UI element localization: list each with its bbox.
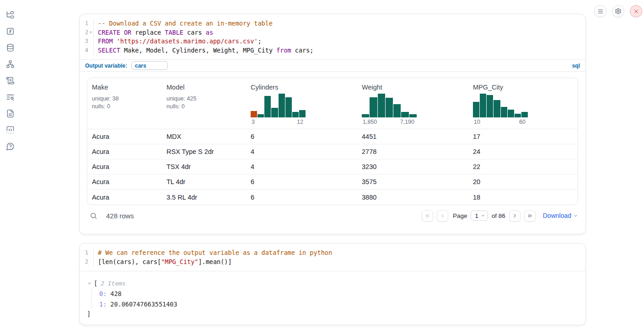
hist-bar xyxy=(251,111,257,117)
file-text-icon[interactable] xyxy=(5,109,15,118)
table-cell: 2778 xyxy=(357,148,468,155)
next-page-button[interactable] xyxy=(509,210,521,222)
weight-histogram[interactable]: 1,850 7,190 xyxy=(362,94,417,125)
output-variable-input[interactable] xyxy=(131,61,168,70)
table-cell: 20 xyxy=(468,178,578,185)
last-page-button[interactable] xyxy=(524,210,536,222)
hist-bar xyxy=(487,95,493,117)
line-gutter: 1 xyxy=(80,248,94,258)
scroll-icon[interactable] xyxy=(5,76,15,85)
data-table: Make unique: 38 nulls: 0 Model unique: 4… xyxy=(87,78,578,205)
table-row[interactable]: AcuraTSX 4dr4323022 xyxy=(87,159,578,174)
open-bracket: [ xyxy=(94,280,97,287)
table-cell: 24 xyxy=(468,148,578,155)
python-editor[interactable]: 1# We can reference the output variable … xyxy=(80,243,585,271)
hist-bar xyxy=(494,100,500,117)
output-variable-bar: Output variable: sql xyxy=(80,59,585,72)
output-variable-label: Output variable: xyxy=(85,63,127,69)
table-row[interactable]: AcuraMDX6445117 xyxy=(87,129,578,144)
table-cell: 4 xyxy=(246,163,357,170)
hist-bar xyxy=(299,110,306,117)
pagination: Page 1 of 86 xyxy=(422,210,536,222)
chevron-down-icon xyxy=(573,213,578,218)
code-snippets-icon[interactable] xyxy=(5,125,15,134)
line-number: 1 xyxy=(80,19,88,28)
tree-root: [ 2 Items xyxy=(87,279,578,288)
hist-bar xyxy=(378,94,385,117)
tree-key: 1: xyxy=(99,301,107,308)
close-bracket: ] xyxy=(87,309,578,318)
file-tree-icon[interactable] xyxy=(5,10,15,19)
column-label[interactable]: Weight xyxy=(362,84,464,91)
hist-bar xyxy=(258,114,264,117)
search-button[interactable] xyxy=(88,210,99,221)
dependency-graph-icon[interactable] xyxy=(5,59,15,69)
line-number: 2 xyxy=(80,28,88,37)
table-footer: 428 rows Page 1 of 86 xyxy=(87,208,578,223)
hist-bar xyxy=(370,97,377,117)
sql-output: Make unique: 38 nulls: 0 Model unique: 4… xyxy=(80,72,585,223)
text-search-icon[interactable] xyxy=(5,92,15,101)
mpg-city-histogram[interactable]: 10 60 xyxy=(473,94,528,125)
page-select[interactable]: 1 xyxy=(471,211,488,221)
table-cell: MDX xyxy=(162,133,246,140)
code-line: 1# We can reference the output variable … xyxy=(80,248,585,258)
line-gutter: 1 xyxy=(80,19,94,28)
column-header-mpg-city: MPG_City 10 60 xyxy=(468,83,578,129)
menu-button[interactable] xyxy=(594,5,606,17)
items-count-label: 2 Items xyxy=(101,280,126,287)
table-cell: 6 xyxy=(246,133,357,140)
hist-bar xyxy=(501,107,507,117)
line-gutter: 2∨ xyxy=(80,28,94,37)
first-page-button[interactable] xyxy=(422,210,433,222)
column-stats: unique: 38 nulls: 0 xyxy=(92,95,157,111)
line-number: 1 xyxy=(80,248,88,258)
table-cell: Acura xyxy=(87,163,162,170)
hist-bar xyxy=(386,98,393,117)
function-square-icon[interactable] xyxy=(5,26,15,36)
hist-bar xyxy=(285,97,292,117)
table-cell: Acura xyxy=(87,194,162,201)
column-label[interactable]: Model xyxy=(166,84,242,91)
table-row[interactable]: Acura3.5 RL 4dr6388018 xyxy=(87,190,578,205)
tree-entries: 0:4281:20.060747663551403 xyxy=(91,289,578,309)
settings-button[interactable] xyxy=(612,5,624,17)
shutdown-button[interactable] xyxy=(630,5,642,17)
code-text: -- Download a CSV and create an in-memor… xyxy=(94,19,273,28)
table-row[interactable]: AcuraRSX Type S 2dr4277824 xyxy=(87,144,578,159)
table-cell: 17 xyxy=(468,133,578,140)
download-button[interactable]: Download xyxy=(543,212,578,219)
prev-page-button[interactable] xyxy=(437,210,448,222)
table-cell: Acura xyxy=(87,133,162,140)
python-cell: 1# We can reference the output variable … xyxy=(79,243,586,325)
table-cell: 3.5 RL 4dr xyxy=(162,194,246,201)
cylinders-histogram[interactable]: 3 12 xyxy=(251,94,306,125)
code-line: 1-- Download a CSV and create an in-memo… xyxy=(80,19,585,28)
chevron-down-icon[interactable] xyxy=(87,281,92,286)
column-label[interactable]: Cylinders xyxy=(251,84,353,91)
table-row[interactable]: AcuraTL 4dr6357520 xyxy=(87,174,578,190)
column-label[interactable]: Make xyxy=(92,84,157,91)
column-label[interactable]: MPG_City xyxy=(473,84,573,91)
search-icon xyxy=(90,212,97,220)
tree-value: 428 xyxy=(110,290,121,297)
tree-value: 20.060747663551403 xyxy=(110,301,177,308)
tree-key: 0: xyxy=(99,290,107,297)
fold-chevron-icon[interactable]: ∨ xyxy=(88,31,93,34)
table-cell: 6 xyxy=(246,178,357,185)
chevron-down-icon xyxy=(481,213,485,218)
hist-bar xyxy=(362,114,369,117)
table-cell: 3880 xyxy=(357,194,468,201)
column-header-weight: Weight 1,850 7,190 xyxy=(357,83,468,129)
database-icon[interactable] xyxy=(5,43,15,52)
code-line: 2[len(cars), cars["MPG_City"].mean()] xyxy=(80,258,585,267)
hist-bar xyxy=(271,108,278,117)
hist-bar xyxy=(292,112,299,117)
histogram-axis: 3 12 xyxy=(251,119,306,125)
sql-editor[interactable]: 1-- Download a CSV and create an in-memo… xyxy=(80,14,585,59)
tree-entry: 1:20.060747663551403 xyxy=(99,299,578,310)
hist-bar xyxy=(473,102,479,117)
table-cell: RSX Type S 2dr xyxy=(162,148,246,155)
help-chat-icon[interactable] xyxy=(5,142,15,151)
hist-bar xyxy=(521,112,528,117)
